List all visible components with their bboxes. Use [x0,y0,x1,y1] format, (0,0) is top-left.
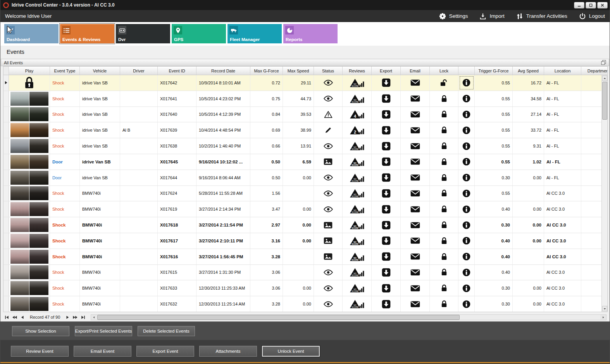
column-header-location[interactable]: Location [544,67,581,75]
cell-email[interactable] [401,201,430,217]
cell-info[interactable] [458,201,475,217]
cell-reviews[interactable]: 2 [343,122,372,138]
column-header-max_g[interactable]: Max G-Force [250,67,283,75]
cell-play[interactable] [9,233,50,249]
maximize-button[interactable] [586,2,596,9]
export-event-button[interactable]: Export Event [136,346,194,357]
cell-lock[interactable] [430,201,458,217]
cell-play[interactable] [9,170,50,185]
cell-export[interactable] [372,170,401,185]
column-header-reviews[interactable]: Reviews [343,67,372,75]
cell-reviews[interactable]: NOSCORE [343,265,372,280]
column-header-lock[interactable]: Lock [430,67,458,75]
cell-email[interactable] [401,107,430,122]
cell-email[interactable] [401,296,430,312]
cell-reviews[interactable]: NOSCORE [343,249,372,264]
tab-events[interactable]: Events & Reviews [60,24,114,43]
close-button[interactable] [597,2,608,9]
cell-lock[interactable] [430,107,458,122]
cell-lock[interactable] [430,296,458,312]
cell-info[interactable] [458,91,475,106]
event-row[interactable]: ShockBMW740iX0176173/27/2014 2:10:11 PM3… [3,233,608,249]
cell-email[interactable] [401,91,430,106]
cell-play[interactable] [9,249,50,264]
scroll-down-button[interactable] [602,306,607,311]
event-row[interactable]: Shockidrive Van SBAl BX01763910/4/2014 4… [3,122,608,138]
cell-lock[interactable] [430,217,458,233]
tab-dvr[interactable]: Dvr [116,24,170,43]
cell-info[interactable] [458,296,475,312]
event-row[interactable]: ShockBMW740iX01763212/30/2013 11:25:14 A… [3,296,608,312]
cell-lock[interactable] [430,186,458,201]
column-header-driver[interactable]: Driver [120,67,158,75]
cell-email[interactable] [401,154,430,170]
horizontal-scrollbar[interactable] [91,314,607,320]
cell-reviews[interactable]: NOSCORE [343,91,372,106]
tab-dashboard[interactable]: Dashboard [4,24,59,43]
scroll-left-button[interactable] [91,315,97,320]
column-header-status[interactable]: Status [314,67,343,75]
logout-menu-item[interactable]: Logout [579,13,605,20]
event-row[interactable]: Shockidrive Van SBX01764010/5/2014 4:12:… [3,107,608,123]
cell-reviews[interactable]: NOSCORE [343,280,372,296]
column-header-email[interactable]: Email [401,67,430,75]
cell-export[interactable] [372,75,401,91]
cell-info[interactable] [458,122,475,138]
cell-export[interactable] [372,296,401,312]
cell-info[interactable] [458,186,475,201]
cell-play[interactable] [9,75,50,91]
cell-export[interactable] [372,280,401,296]
cell-email[interactable] [401,122,430,138]
event-row[interactable]: ShockBMW740iX01763312/30/2013 11:25:33 A… [3,280,608,296]
cell-info[interactable] [458,280,475,296]
event-row[interactable]: ShockBMW740iX0176153/27/2014 1:31:30 PM3… [3,265,608,281]
vscrollbar-thumb[interactable] [602,82,607,120]
tab-reports[interactable]: Reports [283,24,338,43]
event-row[interactable]: Dooridrive Van SBX0176459/16/2014 10:12:… [3,154,608,170]
cell-play[interactable] [9,154,50,170]
column-header-export[interactable]: Export [372,67,401,75]
event-row[interactable]: ShockBMW740iX0176183/27/2014 2:11:54 PM2… [3,217,608,233]
cell-reviews[interactable]: NOSCORE [343,186,372,201]
cell-email[interactable] [401,249,430,264]
cell-reviews[interactable]: NOSCORE [343,75,372,91]
cell-email[interactable] [401,280,430,296]
column-header-department[interactable]: Department [581,67,608,75]
cell-email[interactable] [401,265,430,280]
email-event-button[interactable]: Email Event [74,346,131,357]
cell-export[interactable] [372,265,401,280]
cell-play[interactable] [9,186,50,201]
delete-selected-button[interactable]: Delete Selected Events [138,326,195,336]
nav-prev-button[interactable] [19,314,26,320]
cell-export[interactable] [372,233,401,249]
unlock-event-button[interactable]: Unlock Event [262,346,320,357]
cell-export[interactable] [372,107,401,122]
event-row[interactable]: Dooridrive Van SBX0176449/16/2014 8:06:4… [3,170,608,186]
settings-menu-item[interactable]: Settings [439,13,468,20]
cell-play[interactable] [9,122,50,138]
transfer-menu-item[interactable]: Transfer Activities [516,13,567,20]
import-menu-item[interactable]: Import [479,13,504,20]
tab-gps[interactable]: GPS [172,24,226,43]
cell-export[interactable] [372,122,401,138]
cell-export[interactable] [372,154,401,170]
cell-export[interactable] [372,217,401,233]
cell-lock[interactable] [430,280,458,296]
cell-lock[interactable] [430,154,458,170]
cell-export[interactable] [372,249,401,264]
nav-next-page-button[interactable] [72,314,79,320]
event-row[interactable]: Shockidrive Van SBX01764210/9/2014 8:10:… [3,75,608,91]
cell-play[interactable] [9,91,50,106]
show-selection-button[interactable]: Show Selection [12,326,69,336]
cell-export[interactable] [372,138,401,154]
cell-info[interactable] [458,154,475,170]
column-header-vehicle[interactable]: Vehicle [80,67,120,75]
cell-info[interactable] [458,107,475,122]
cell-info[interactable] [458,138,475,154]
cell-lock[interactable] [430,249,458,264]
scroll-up-button[interactable] [602,76,607,81]
nav-prev-page-button[interactable] [11,314,18,320]
event-row[interactable]: Shockidrive Van SBX01764110/5/2014 4:23:… [3,91,608,107]
event-row[interactable]: Shockidrive Van SBX01763810/2/2014 1:46:… [3,138,608,154]
cell-lock[interactable] [430,75,458,91]
